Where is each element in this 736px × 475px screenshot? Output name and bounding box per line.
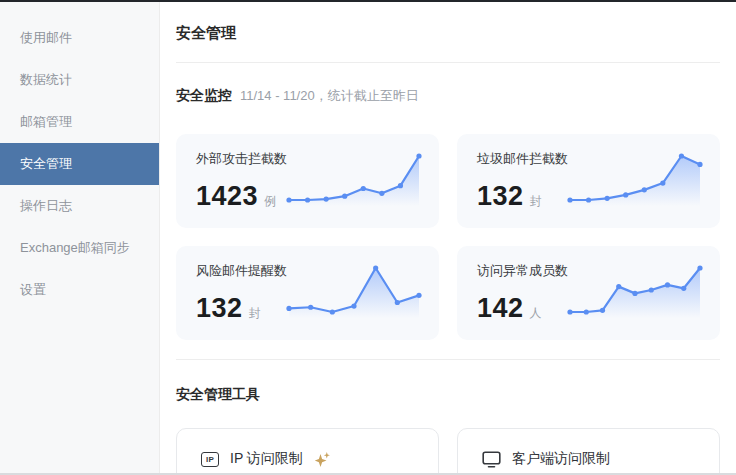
sparkline-chart [283,148,425,214]
stat-unit: 封 [530,193,542,210]
security-admin-window: 使用邮件 数据统计 邮箱管理 安全管理 操作日志 Exchange邮箱同步 设置… [0,0,736,475]
stat-unit: 封 [249,305,261,322]
stat-unit: 人 [530,305,542,322]
divider [176,62,720,63]
stat-card-abnormal-access-members[interactable]: 访问异常成员数 142 人 [457,246,720,340]
stat-card-external-attacks[interactable]: 外部攻击拦截数 1423 例 [176,134,439,228]
page-title: 安全管理 [176,24,720,43]
tool-label: 客户端访问限制 [512,450,610,468]
stat-value: 1423 [196,181,258,212]
sidebar-item-operation-log[interactable]: 操作日志 [0,185,159,227]
stat-cards-grid: 外部攻击拦截数 1423 例 垃圾邮件拦截数 132 封 风险邮件提醒数 132 [176,134,720,340]
security-monitor-section-header: 安全监控 11/14 - 11/20，统计截止至昨日 [176,87,720,105]
tool-label: IP 访问限制 [230,450,303,468]
tools-section-header: 安全管理工具 [176,386,720,404]
sidebar-item-data-stats[interactable]: 数据统计 [0,59,159,101]
tools-heading: 安全管理工具 [176,386,260,404]
sidebar-item-exchange-sync[interactable]: Exchange邮箱同步 [0,227,159,269]
sparkline-chart [283,260,425,326]
stat-card-spam-blocked[interactable]: 垃圾邮件拦截数 132 封 [457,134,720,228]
ip-icon: IP [201,452,219,467]
stat-card-risky-mail-alerts[interactable]: 风险邮件提醒数 132 封 [176,246,439,340]
ip-access-restriction-button[interactable]: IP IP 访问限制 [176,428,439,475]
tools-grid: IP IP 访问限制 客户端访问限制 [176,428,720,475]
sparkline-chart [564,260,706,326]
client-access-restriction-button[interactable]: 客户端访问限制 [457,428,720,475]
stat-value: 132 [477,181,524,212]
sidebar-item-mail-usage[interactable]: 使用邮件 [0,17,159,59]
stat-value: 132 [196,293,243,324]
sidebar: 使用邮件 数据统计 邮箱管理 安全管理 操作日志 Exchange邮箱同步 设置 [0,2,160,475]
security-monitor-heading: 安全监控 [176,87,232,105]
stat-unit: 例 [264,193,276,210]
sparkle-icon [314,451,331,468]
main-content: 安全管理 安全监控 11/14 - 11/20，统计截止至昨日 外部攻击拦截数 … [160,2,736,475]
monitor-icon [482,451,501,468]
sidebar-item-security-management[interactable]: 安全管理 [0,143,159,185]
date-range-note: 11/14 - 11/20，统计截止至昨日 [240,87,419,105]
sidebar-item-settings[interactable]: 设置 [0,269,159,311]
stat-value: 142 [477,293,524,324]
divider [176,359,720,360]
sparkline-chart [564,148,706,214]
sidebar-item-mailbox-management[interactable]: 邮箱管理 [0,101,159,143]
